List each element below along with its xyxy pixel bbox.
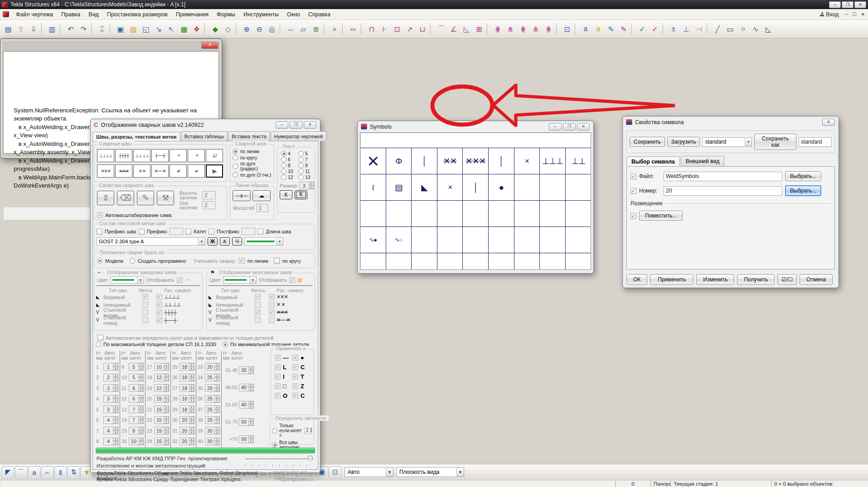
weld-symbol-button[interactable]: ◔² [188, 149, 205, 162]
toolbar-icon[interactable]: ↷ [78, 23, 89, 35]
toolbar-icon[interactable]: ↶ [65, 23, 77, 35]
symbol-cell[interactable] [437, 227, 463, 253]
toolbar-icon[interactable]: ▭ [724, 23, 736, 35]
symbol-cell[interactable] [566, 253, 591, 270]
toolbar-icon[interactable]: ▱ [297, 23, 309, 35]
leg-spinner[interactable]: 15▲▼ [154, 405, 169, 413]
leg-spinner[interactable]: 12▲▼ [154, 384, 169, 392]
symbol-cell[interactable] [412, 253, 437, 270]
factory-show-checkbox[interactable] [177, 277, 183, 283]
toolbar-icon[interactable] [204, 23, 208, 34]
leg-spinner[interactable]: 15▲▼ [154, 395, 169, 403]
toolbar-icon[interactable]: ✓ [649, 23, 661, 35]
menu-item[interactable]: Файл чертежа [12, 10, 57, 19]
tab-appearance[interactable]: Внешний вид [681, 156, 724, 166]
scale-field[interactable]: 1 [257, 204, 268, 212]
toolbar-icon[interactable]: ✎ [605, 23, 617, 35]
symbol-cell[interactable] [540, 253, 566, 270]
leg-spinner[interactable]: 5▲▼ [129, 374, 144, 381]
leg-value-field[interactable]: 2.1 [305, 428, 312, 434]
weld-tool-button[interactable]: ⌫ [117, 191, 134, 205]
symbol-cell[interactable]: ▤ [386, 174, 412, 200]
weld-path-option[interactable]: по линии [233, 149, 272, 154]
symbol-cell[interactable] [540, 201, 566, 227]
file-browse-button[interactable]: Выбрать... [785, 171, 821, 181]
symbol-cell[interactable]: ∿○ [386, 227, 412, 253]
radio-icon[interactable] [298, 174, 304, 180]
radio-icon[interactable] [281, 169, 286, 174]
symbol-cell[interactable] [386, 253, 412, 270]
symbol-cell[interactable]: ⊥⊥⊥ [540, 148, 566, 174]
drawing-toolbar-icon[interactable]: ▮ [54, 466, 67, 478]
profile-checkbox[interactable] [292, 355, 298, 361]
toolbar-icon[interactable]: ⊦ [378, 23, 390, 35]
toolbar-icon[interactable] [430, 23, 433, 34]
get-button[interactable]: Получить [737, 274, 775, 285]
toolbar-icon[interactable]: ↔ [285, 23, 296, 35]
frame-on-button[interactable]: К [295, 190, 307, 199]
leg-spinner[interactable]: 6▲▼ [129, 395, 144, 403]
weld-path-option[interactable]: по кругу [233, 155, 272, 160]
toolbar-icon[interactable]: ⊔ [417, 23, 428, 35]
maximize-button[interactable]: ❐ [842, 1, 853, 8]
stage-slider[interactable] [245, 456, 313, 462]
leg-spinner[interactable]: 1▲▼ [103, 363, 118, 371]
leg-spinner[interactable]: 18▲▼ [179, 405, 194, 413]
drawing-toolbar-icon[interactable]: ◤ [2, 466, 14, 478]
toolbar-icon[interactable]: ⋔ [504, 23, 516, 35]
drawing-toolbar-icon[interactable]: a [28, 466, 40, 478]
tab-insert-table[interactable]: Вставка таблицы [181, 131, 228, 141]
toolbar-icon[interactable]: ⊖ [253, 23, 265, 35]
leg-spinner[interactable]: 10▲▼ [154, 363, 169, 371]
weld-symbol-button[interactable]: ∠² [206, 149, 223, 162]
symbols-titlebar[interactable]: Symbols ─ ❐ ✕ [358, 121, 593, 132]
leg-spinner[interactable]: 7▲▼ [129, 405, 144, 413]
place-button[interactable]: Поместить... [639, 211, 683, 221]
standard-combo[interactable]: standard ▼ [702, 137, 752, 147]
leg-spinner[interactable]: 30▲▼ [205, 438, 220, 445]
leg-spinner[interactable]: 18▲▼ [179, 395, 194, 403]
weld-symbol-button[interactable]: ⊥⊥⊥⊥ [97, 149, 114, 162]
leg-spinner[interactable]: 25▲▼ [205, 416, 220, 424]
symbol-cell[interactable] [463, 253, 489, 270]
toolbar-icon[interactable] [361, 23, 364, 34]
toolbar-icon[interactable]: ∿ [750, 23, 761, 35]
symbol-cell[interactable] [514, 227, 540, 253]
toolbar-icon[interactable]: ⊕ [241, 23, 252, 35]
symbol-cell[interactable] [437, 201, 463, 227]
leg-spinner[interactable]: 20▲▼ [179, 438, 194, 445]
symbol-cell[interactable]: ⊥⊥ [566, 148, 591, 174]
prefix-field[interactable] [170, 228, 183, 235]
login-button[interactable]: Вход [816, 11, 842, 18]
weld-tool-button[interactable]: ⚒ [157, 191, 174, 205]
toolbar-icon[interactable] [60, 23, 63, 34]
symbol-cell[interactable] [514, 174, 540, 200]
toolbar-icon[interactable]: ⊡ [561, 23, 573, 35]
text-size-option[interactable]: 7 [298, 157, 315, 162]
profile-checkbox[interactable] [275, 393, 281, 399]
toolbar-icon[interactable] [556, 23, 559, 34]
tab-insert-text[interactable]: Вставка текста [228, 131, 270, 141]
toolbar-icon[interactable]: ○ [737, 23, 749, 35]
toolbar-icon[interactable]: ◺ [762, 23, 774, 35]
weld-symbol-button[interactable]: ◕⁴ [188, 164, 205, 178]
symbol-checkbox[interactable] [269, 309, 275, 315]
create-program-radio[interactable] [130, 258, 135, 264]
toolbar-icon[interactable]: ⋔ [530, 23, 542, 35]
toolbar-icon[interactable]: ⊥ [680, 23, 692, 35]
italic-button[interactable]: К [220, 237, 230, 246]
radio-icon[interactable] [233, 172, 238, 178]
mark-checkbox[interactable] [142, 317, 148, 323]
toolbar-icon[interactable]: ⋕ [517, 23, 529, 35]
toolbar-icon[interactable]: a [580, 23, 592, 35]
text-size-option[interactable]: 8 [281, 163, 297, 168]
leg-spinner[interactable]: 6▲▼ [129, 384, 144, 392]
toolbar-icon[interactable]: a [592, 23, 604, 35]
leg-spinner[interactable]: 5▲▼ [129, 363, 144, 371]
leg-spinner[interactable]: 3▲▼ [103, 384, 118, 392]
weld-close-button[interactable]: ✕ [304, 121, 316, 129]
toolbar-icon[interactable]: ▥ [46, 23, 58, 35]
profile-checkbox[interactable] [275, 374, 281, 380]
modify-button[interactable]: Изменить [696, 274, 734, 285]
load-button[interactable]: Загрузить [667, 137, 700, 147]
